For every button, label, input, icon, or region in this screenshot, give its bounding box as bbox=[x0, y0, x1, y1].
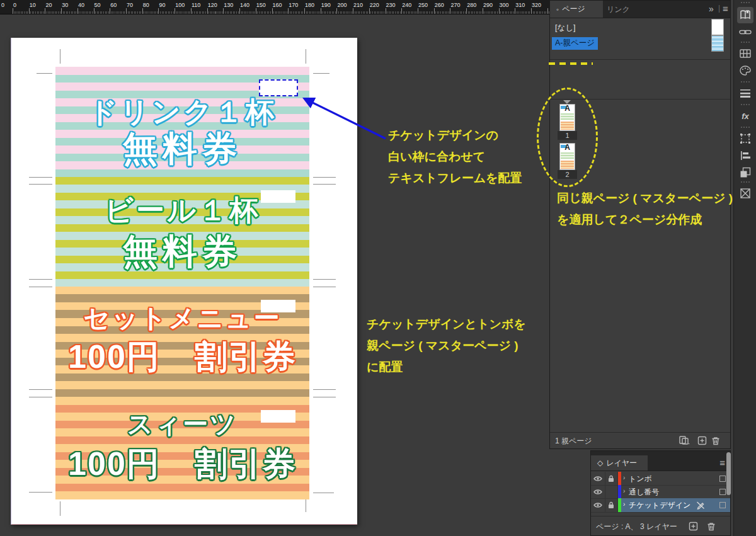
pages-panel-icon[interactable] bbox=[737, 7, 753, 23]
crop-mark bbox=[29, 492, 52, 493]
delete-page-button[interactable] bbox=[709, 435, 722, 446]
visibility-eye-icon[interactable] bbox=[591, 485, 605, 498]
ticket-beer: ビール１杯 無料券 bbox=[55, 177, 309, 287]
crop-mark bbox=[313, 397, 336, 397]
layer-name[interactable]: チケットデザイン bbox=[629, 500, 690, 511]
annotation-note-pages: 同じ親ページ ( マスターページ ) を適用して２ページ分作成 bbox=[557, 188, 733, 231]
pages-panel-tabbar: ◦ ページ リンク » | ≡ bbox=[550, 1, 730, 18]
lock-icon[interactable] bbox=[605, 472, 618, 485]
annotation-underline bbox=[549, 62, 593, 65]
align-panel-icon[interactable] bbox=[737, 147, 753, 164]
number-frame[interactable] bbox=[261, 190, 295, 203]
number-frame[interactable] bbox=[261, 300, 295, 312]
effects-panel-icon[interactable]: fx bbox=[737, 108, 753, 124]
layer-color-bar bbox=[618, 498, 621, 512]
selected-text-frame[interactable] bbox=[259, 79, 298, 96]
ticket-subtitle: 100円 割引券 bbox=[55, 447, 309, 481]
crop-mark bbox=[60, 49, 60, 64]
layer-row-ticket-design[interactable]: › チケットデザイン bbox=[591, 498, 730, 513]
indesign-workspace: 0010203040506070809010011012013014015016… bbox=[0, 0, 756, 536]
new-layer-button[interactable] bbox=[687, 520, 699, 532]
ticket-sweets: スィーツ 100円 割引券 bbox=[55, 397, 309, 499]
layer-name[interactable]: トンボ bbox=[629, 474, 652, 484]
panel-menu-icon[interactable]: ≡ bbox=[723, 3, 728, 14]
crop-mark bbox=[313, 279, 336, 280]
panel-collapse-icon: ◦ bbox=[556, 5, 559, 14]
layer-row-tombo[interactable]: › トンボ bbox=[591, 472, 730, 486]
expand-chevron-icon[interactable]: › bbox=[623, 501, 625, 508]
pages-panel-statusbar: 1 親ページ bbox=[550, 432, 730, 448]
layer-color-bar bbox=[618, 485, 621, 498]
crop-mark bbox=[29, 279, 52, 280]
lock-icon[interactable] bbox=[605, 498, 618, 512]
collapse-panel-icon[interactable]: » bbox=[709, 4, 714, 14]
color-panel-icon[interactable] bbox=[737, 62, 753, 79]
tab-pages[interactable]: ◦ ページ bbox=[550, 1, 603, 18]
layers-count-label: ページ : A、 3 レイヤー bbox=[596, 522, 677, 532]
expand-chevron-icon[interactable]: › bbox=[623, 474, 625, 481]
ticket-setmenu: セットメニュー 100円 割引券 bbox=[55, 287, 309, 397]
edit-page-size-button[interactable] bbox=[678, 435, 690, 446]
crop-mark bbox=[29, 287, 52, 287]
master-row-parent[interactable]: A-親ページ bbox=[552, 37, 598, 50]
master-thumb-none[interactable] bbox=[711, 19, 724, 35]
pages-count-label: 1 親ページ bbox=[555, 436, 592, 447]
crop-mark bbox=[306, 498, 306, 512]
crop-mark bbox=[313, 73, 329, 74]
lock-icon-empty[interactable] bbox=[605, 485, 618, 498]
page-number-2[interactable]: 2 bbox=[558, 170, 577, 179]
crop-mark bbox=[306, 49, 306, 64]
number-frame[interactable] bbox=[261, 410, 295, 423]
horizontal-ruler[interactable]: 0010203040506070809010011012013014015016… bbox=[0, 0, 549, 14]
crop-mark bbox=[313, 493, 334, 493]
layers-panel-icon[interactable] bbox=[737, 164, 753, 181]
visibility-eye-icon[interactable] bbox=[591, 472, 605, 485]
page-thumbnail-2[interactable]: A bbox=[559, 143, 575, 170]
crop-mark bbox=[29, 397, 52, 397]
annotation-note-frame: チケットデザインの 白い枠に合わせて テキストフレームを配置 bbox=[388, 125, 522, 189]
frames-panel-icon[interactable] bbox=[737, 130, 753, 147]
stroke-panel-icon[interactable] bbox=[737, 85, 753, 101]
delete-layer-button[interactable] bbox=[705, 520, 718, 532]
layer-row-number[interactable]: › 通し番号 bbox=[591, 485, 730, 499]
crop-mark bbox=[29, 389, 52, 390]
layers-panel: ◇ レイヤー ≡ › トンボ › 通し番号 bbox=[590, 450, 731, 536]
master-thumb-parent[interactable] bbox=[711, 35, 724, 52]
master-badge: A bbox=[560, 144, 575, 152]
layer-target-square[interactable] bbox=[719, 489, 726, 495]
panel-scrollbar[interactable] bbox=[726, 452, 731, 495]
ticket-subtitle: 無料券 bbox=[55, 234, 309, 270]
pen-locked-icon bbox=[696, 501, 705, 512]
panel-menu-icon[interactable]: ≡ bbox=[719, 457, 725, 468]
page-number-1[interactable]: 1 bbox=[558, 131, 577, 140]
tab-links[interactable]: リンク bbox=[607, 4, 630, 15]
annotation-note-master: チケットデザインとトンボを 親ページ ( マスターページ ) に配置 bbox=[367, 314, 526, 378]
links-panel-icon[interactable] bbox=[737, 24, 753, 40]
ticket-artwork: ドリンク１杯 無料券 ビール１杯 無料券 セットメニュー 100円 割引券 スィ… bbox=[55, 67, 309, 499]
document-page[interactable]: ドリンク１杯 無料券 ビール１杯 無料券 セットメニュー 100円 割引券 スィ… bbox=[11, 38, 357, 525]
crop-mark bbox=[60, 501, 60, 516]
expand-chevron-icon[interactable]: › bbox=[623, 488, 625, 494]
layers-panel-tabbar: ◇ レイヤー ≡ bbox=[591, 451, 730, 471]
page-thumbnail-1[interactable]: A bbox=[559, 104, 575, 131]
visibility-eye-icon[interactable] bbox=[591, 498, 605, 512]
panel-collapse-icon: ◇ bbox=[597, 459, 603, 467]
crop-mark bbox=[313, 177, 336, 178]
preflight-panel-icon[interactable] bbox=[737, 185, 753, 202]
master-row-none[interactable]: [なし] bbox=[555, 23, 576, 33]
ticket-subtitle: 100円 割引券 bbox=[55, 339, 309, 374]
tab-layers[interactable]: ◇ レイヤー bbox=[591, 455, 648, 470]
separator: | bbox=[718, 4, 720, 13]
new-page-button[interactable] bbox=[696, 435, 708, 446]
layer-name[interactable]: 通し番号 bbox=[629, 487, 659, 498]
ticket-title: ドリンク１杯 bbox=[55, 97, 309, 127]
layer-target-square[interactable] bbox=[719, 502, 726, 508]
crop-mark bbox=[29, 184, 52, 185]
ticket-subtitle: 無料券 bbox=[55, 131, 309, 168]
swatches-panel-icon[interactable] bbox=[737, 45, 753, 62]
master-badge: A bbox=[560, 105, 575, 113]
crop-mark bbox=[29, 177, 52, 178]
layers-panel-statusbar: ページ : A、 3 レイヤー bbox=[591, 516, 730, 535]
crop-mark bbox=[37, 73, 52, 74]
layer-target-square[interactable] bbox=[719, 476, 726, 482]
